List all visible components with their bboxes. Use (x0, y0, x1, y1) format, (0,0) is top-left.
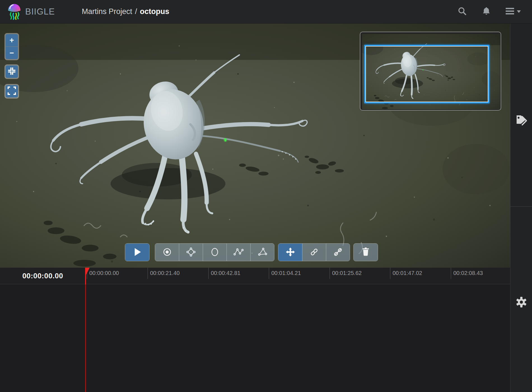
play-icon (132, 247, 142, 258)
point-tool-button[interactable] (155, 244, 179, 261)
zoom-out-button[interactable]: − (6, 47, 18, 59)
search-icon (458, 6, 467, 17)
gear-icon (515, 296, 528, 309)
zoom-control-group: + − (4, 33, 19, 60)
trash-icon (361, 247, 370, 258)
fullscreen-control-group (4, 84, 19, 99)
bell-icon (482, 6, 491, 17)
fullscreen-button[interactable] (6, 85, 18, 97)
polygon-tool-button[interactable] (250, 244, 274, 261)
breadcrumb-separator: / (135, 7, 137, 16)
search-button[interactable] (458, 6, 467, 17)
unlink-annotations-button[interactable] (326, 244, 350, 261)
main-menu-button[interactable] (506, 8, 521, 15)
minimap[interactable] (360, 32, 501, 111)
playback-group (125, 243, 150, 261)
brand[interactable]: BIIGLE (0, 3, 55, 21)
circle-tool-icon (210, 247, 220, 258)
delete-annotation-button[interactable] (354, 244, 378, 261)
minimap-viewport-inner-border (365, 46, 488, 102)
point-tool-icon (162, 247, 172, 258)
menu-icon (506, 8, 514, 15)
sidebar-divider (510, 206, 532, 207)
top-navbar: BIIGLE Martins Project/octopus (0, 0, 532, 24)
annotation-tools-group (155, 243, 274, 261)
minimap-viewport-rect[interactable] (364, 45, 489, 103)
unlink-icon (333, 247, 343, 258)
zoom-in-button[interactable]: + (6, 34, 18, 46)
breadcrumb-project-link[interactable]: Martins Project (82, 7, 132, 16)
rectangle-tool-icon (186, 247, 196, 258)
right-sidebar (510, 24, 532, 392)
link-annotations-button[interactable] (302, 244, 326, 261)
expand-icon (6, 87, 18, 96)
rectangle-tool-button[interactable] (179, 244, 203, 261)
circle-tool-button[interactable] (203, 244, 227, 261)
tags-icon (515, 114, 528, 127)
video-timeline[interactable]: 00:00:00.00 00:00:00.00 00:00:21.40 00:0… (0, 268, 510, 392)
timeline-ruler-divider (0, 284, 510, 284)
line-tool-icon (234, 247, 244, 258)
fit-view-button[interactable] (6, 66, 18, 78)
playhead[interactable] (85, 268, 86, 392)
timeline-settings-button[interactable] (515, 296, 528, 309)
breadcrumb-video-name: octopus (140, 7, 169, 16)
link-icon (309, 247, 319, 258)
edit-tools-group (278, 243, 350, 261)
move-tool-button[interactable] (278, 244, 302, 261)
compress-icon (6, 67, 18, 77)
current-time-display: 00:00:00.00 (0, 268, 85, 284)
delete-group (353, 243, 378, 261)
navbar-actions (458, 6, 532, 17)
polygon-tool-icon (257, 247, 267, 258)
caret-down-icon (517, 10, 521, 14)
move-icon (286, 247, 295, 258)
fit-view-control-group (4, 64, 19, 79)
play-button[interactable] (125, 244, 149, 261)
biigle-video-annotator: BIIGLE Martins Project/octopus (0, 0, 532, 392)
brand-name: BIIGLE (25, 7, 55, 17)
jellyfish-logo-icon (7, 3, 21, 21)
breadcrumb: Martins Project/octopus (82, 7, 169, 16)
notifications-button[interactable] (482, 6, 491, 17)
annotations-tab-button[interactable] (515, 114, 528, 126)
line-tool-button[interactable] (227, 244, 250, 261)
video-canvas[interactable]: + − (0, 24, 510, 268)
